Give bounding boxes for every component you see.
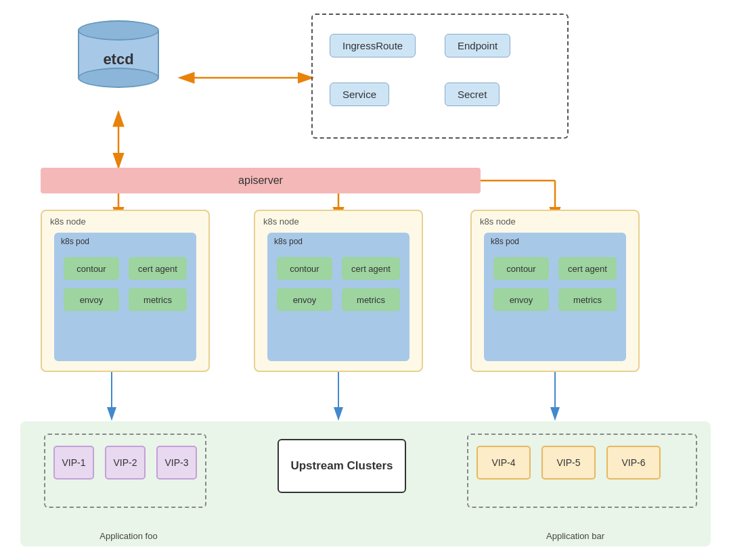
k8s-pod-2-label: k8s pod <box>274 237 303 246</box>
app-section: VIP-1 VIP-2 VIP-3 Application foo Upstre… <box>20 421 711 546</box>
cylinder-top <box>78 20 159 41</box>
k8s-pod-1-label: k8s pod <box>61 237 89 246</box>
envoy-1: envoy <box>64 288 119 311</box>
cert-agent-3: cert agent <box>558 257 617 280</box>
cert-agent-2: cert agent <box>342 257 400 280</box>
app-bar-label: Application bar <box>481 531 670 541</box>
etcd-label: etcd <box>78 51 159 68</box>
k8s-node-1: k8s node k8s pod contour cert agent envo… <box>41 210 210 372</box>
cylinder-bottom <box>78 68 159 88</box>
contour-1: contour <box>64 257 119 280</box>
etcd-cylinder: etcd <box>78 20 159 88</box>
upstream-clusters-box: Upstream Clusters <box>278 439 406 493</box>
diagram-container: etcd IngressRoute Endpoint Service Secre… <box>0 0 731 560</box>
metrics-2: metrics <box>342 288 400 311</box>
k8s-pod-3-label: k8s pod <box>491 237 519 246</box>
vip-5: VIP-5 <box>541 446 596 480</box>
resource-secret: Secret <box>445 83 500 106</box>
vip-group-foo: VIP-1 VIP-2 VIP-3 <box>44 434 206 508</box>
metrics-3: metrics <box>558 288 617 311</box>
k8s-node-2-label: k8s node <box>263 216 299 227</box>
resource-endpoint: Endpoint <box>445 34 510 57</box>
resource-ingressroute: IngressRoute <box>330 34 416 57</box>
k8s-node-2: k8s node k8s pod contour cert agent envo… <box>254 210 423 372</box>
k8s-node-3-label: k8s node <box>480 216 516 227</box>
vip-4: VIP-4 <box>477 446 531 480</box>
app-foo-label: Application foo <box>61 531 196 541</box>
contour-2: contour <box>277 257 332 280</box>
apiserver-label: apiserver <box>238 174 283 187</box>
envoy-3: envoy <box>493 288 549 311</box>
k8s-pod-1: k8s pod contour cert agent envoy metrics <box>54 233 196 361</box>
k8s-node-3: k8s node k8s pod contour cert agent envo… <box>470 210 640 372</box>
resource-service: Service <box>330 83 389 106</box>
metrics-1: metrics <box>129 288 187 311</box>
apiserver-bar: apiserver <box>41 168 481 193</box>
contour-3: contour <box>493 257 549 280</box>
upstream-clusters-label: Upstream Clusters <box>290 459 393 473</box>
etcd-container: etcd <box>74 20 162 88</box>
vip-3: VIP-3 <box>156 446 197 480</box>
k8s-pod-3: k8s pod contour cert agent envoy metrics <box>484 233 626 361</box>
k8s-node-1-label: k8s node <box>50 216 86 227</box>
vip-group-bar: VIP-4 VIP-5 VIP-6 <box>467 434 697 508</box>
vip-6: VIP-6 <box>606 446 661 480</box>
k8s-pod-2: k8s pod contour cert agent envoy metrics <box>267 233 409 361</box>
cert-agent-1: cert agent <box>129 257 187 280</box>
vip-1: VIP-1 <box>53 446 94 480</box>
k8s-resources-box: IngressRoute Endpoint Service Secret <box>311 14 569 139</box>
envoy-2: envoy <box>277 288 332 311</box>
vip-2: VIP-2 <box>105 446 146 480</box>
